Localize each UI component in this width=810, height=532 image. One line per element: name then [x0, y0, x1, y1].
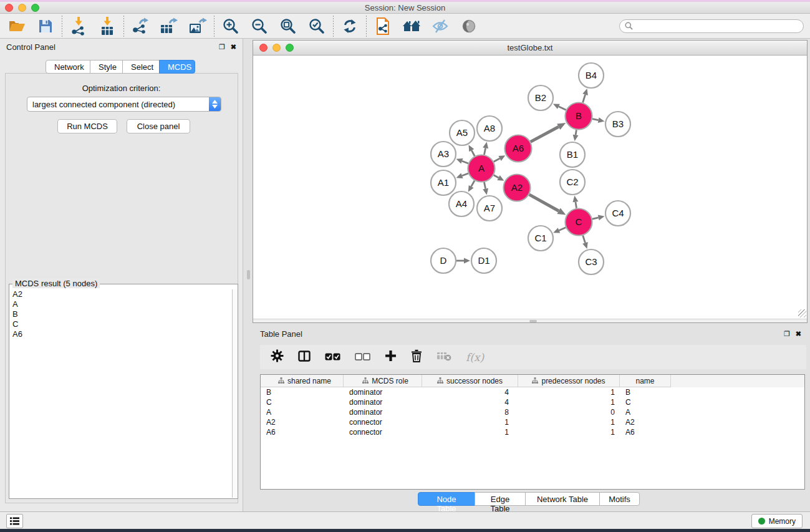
column-header-successor-nodes[interactable]: successor nodes: [422, 375, 518, 387]
import-network-icon[interactable]: [69, 17, 88, 36]
tab-select[interactable]: Select: [122, 60, 160, 74]
zoom-in-icon[interactable]: [221, 17, 240, 36]
network-from-file-icon[interactable]: [374, 17, 392, 36]
table-row[interactable]: Cdominator41C: [261, 397, 804, 407]
close-panel-button[interactable]: Close panel: [127, 119, 190, 133]
open-file-icon[interactable]: [7, 17, 26, 36]
close-table-panel-icon[interactable]: ✖: [796, 330, 801, 338]
network-edge[interactable]: [576, 130, 576, 135]
network-edge[interactable]: [462, 161, 468, 163]
network-edge[interactable]: [484, 182, 485, 189]
column-header-name[interactable]: name: [620, 375, 671, 387]
checked-boxes-icon[interactable]: [325, 352, 340, 363]
column-header-mcds-role[interactable]: MCDS role: [344, 375, 422, 387]
zoom-out-icon[interactable]: [250, 17, 269, 36]
export-image-icon[interactable]: [188, 17, 207, 36]
network-edge[interactable]: [529, 195, 559, 211]
table-cell[interactable]: dominator: [344, 397, 422, 407]
mcds-result-item[interactable]: B: [10, 309, 231, 319]
table-cell[interactable]: B: [620, 387, 671, 397]
table-cell[interactable]: A2: [261, 417, 344, 427]
table-cell[interactable]: dominator: [344, 407, 422, 417]
network-edge[interactable]: [494, 158, 500, 162]
tab-motifs[interactable]: Motifs: [599, 492, 640, 506]
table-cell[interactable]: A: [261, 407, 344, 417]
network-edge[interactable]: [471, 181, 475, 186]
mcds-result-item[interactable]: C: [10, 319, 231, 329]
function-builder-icon[interactable]: f(x): [466, 351, 484, 364]
tab-network-table[interactable]: Network Table: [525, 492, 600, 506]
float-panel-icon[interactable]: ❐: [219, 43, 225, 51]
import-table-icon[interactable]: [98, 17, 117, 36]
table-cell[interactable]: connector: [344, 417, 422, 427]
save-session-icon[interactable]: [36, 17, 55, 36]
hide-details-eye-slash-icon[interactable]: [431, 17, 450, 36]
table-row[interactable]: A6connector11A6: [261, 427, 804, 437]
tab-node-table[interactable]: Node Table: [418, 492, 475, 506]
mcds-result-item[interactable]: A6: [10, 329, 231, 339]
refresh-icon[interactable]: [340, 17, 359, 36]
task-history-button[interactable]: [6, 514, 23, 528]
network-edge[interactable]: [494, 175, 499, 178]
network-edge[interactable]: [583, 95, 586, 103]
table-cell[interactable]: 1: [518, 427, 620, 437]
network-canvas[interactable]: B4B2BB3A8A5A6A3B1AA1C2A2A4A7C4CC1C3DD1: [253, 56, 807, 319]
table-cell[interactable]: A2: [620, 417, 671, 427]
network-edge[interactable]: [559, 107, 566, 110]
table-cell[interactable]: 1: [518, 397, 620, 407]
gear-icon[interactable]: [271, 349, 284, 365]
table-cell[interactable]: dominator: [344, 387, 422, 397]
network-edge[interactable]: [559, 228, 566, 231]
table-cell[interactable]: 1: [422, 427, 518, 437]
show-details-eye-icon[interactable]: [460, 17, 478, 36]
criterion-select[interactable]: largest connected component (directed): [27, 97, 221, 112]
column-header-predecessor-nodes[interactable]: predecessor nodes: [518, 375, 620, 387]
table-cell[interactable]: C: [620, 397, 671, 407]
unchecked-boxes-icon[interactable]: [355, 352, 370, 363]
run-mcds-button[interactable]: Run MCDS: [57, 119, 117, 133]
tab-mcds[interactable]: MCDS: [159, 60, 195, 74]
table-cell[interactable]: 4: [422, 387, 518, 397]
search-field[interactable]: [619, 19, 804, 33]
network-edge[interactable]: [471, 150, 475, 156]
zoom-selected-icon[interactable]: [307, 17, 326, 36]
table-cell[interactable]: C: [261, 397, 344, 407]
search-input[interactable]: [637, 22, 798, 31]
tab-style[interactable]: Style: [90, 60, 123, 74]
network-edge[interactable]: [484, 148, 485, 155]
resize-grip-icon[interactable]: [798, 309, 806, 317]
export-table-icon[interactable]: [160, 17, 178, 36]
network-edge[interactable]: [592, 218, 599, 219]
network-edge[interactable]: [583, 235, 586, 243]
network-horizontal-scrollbar-thumb[interactable]: [529, 320, 537, 322]
close-panel-icon[interactable]: ✖: [231, 43, 236, 51]
houses-icon[interactable]: [402, 17, 421, 36]
network-edge[interactable]: [462, 173, 468, 176]
tab-network[interactable]: Network: [46, 60, 90, 74]
table-cell[interactable]: connector: [344, 427, 422, 437]
delete-table-icon[interactable]: [436, 351, 451, 364]
network-vertical-scrollbar-thumb[interactable]: [247, 270, 250, 279]
mcds-result-item[interactable]: A2: [10, 289, 231, 299]
table-cell[interactable]: 8: [422, 407, 518, 417]
table-cell[interactable]: A6: [620, 427, 671, 437]
table-cell[interactable]: 1: [518, 417, 620, 427]
table-row[interactable]: Bdominator41B: [261, 387, 804, 397]
table-cell[interactable]: A: [620, 407, 671, 417]
float-table-panel-icon[interactable]: ❐: [784, 330, 790, 338]
network-edge[interactable]: [576, 202, 577, 208]
tab-edge-table[interactable]: Edge Table: [475, 492, 526, 506]
network-edge[interactable]: [531, 127, 559, 142]
table-row[interactable]: A2connector11A2: [261, 417, 804, 427]
table-cell[interactable]: 1: [518, 387, 620, 397]
export-network-icon[interactable]: [131, 17, 150, 36]
table-cell[interactable]: 0: [518, 407, 620, 417]
memory-button[interactable]: Memory: [751, 514, 803, 528]
add-column-icon[interactable]: [385, 350, 397, 364]
network-horizontal-scrollbar[interactable]: [253, 319, 807, 322]
table-row[interactable]: Adominator80A: [261, 407, 804, 417]
trash-icon[interactable]: [411, 349, 422, 365]
split-columns-icon[interactable]: [298, 350, 311, 365]
table-cell[interactable]: A6: [261, 427, 344, 437]
table-cell[interactable]: B: [261, 387, 344, 397]
